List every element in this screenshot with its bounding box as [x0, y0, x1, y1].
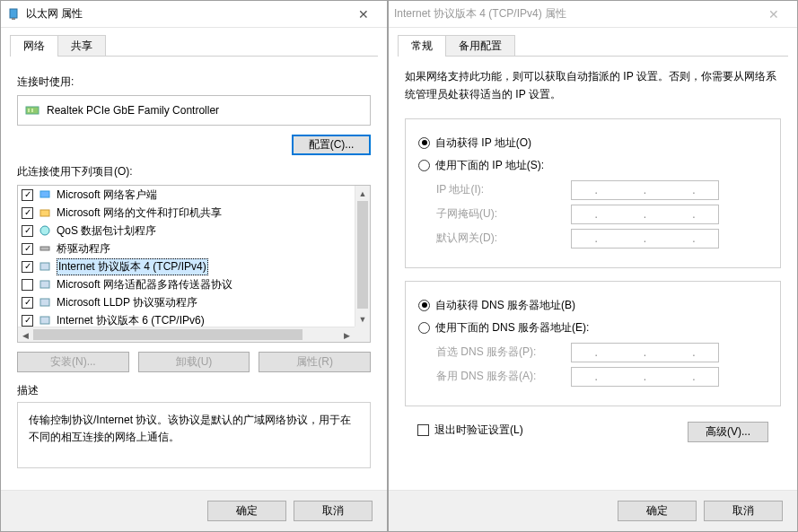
list-item[interactable]: ✓Internet 协议版本 6 (TCP/IPv6)	[18, 311, 355, 327]
dns2-input: ...	[571, 367, 719, 387]
svg-rect-1	[12, 18, 15, 20]
svg-rect-4	[31, 109, 33, 112]
svg-point-7	[40, 226, 49, 235]
tab-alternate[interactable]: 备用配置	[445, 35, 515, 57]
radio-ip-auto[interactable]: 自动获得 IP 地址(O)	[418, 135, 767, 151]
validate-label: 退出时验证设置(L)	[434, 423, 523, 438]
radio-label: 使用下面的 IP 地址(S):	[435, 158, 544, 173]
list-item[interactable]: ✓Microsoft 网络客户端	[18, 186, 355, 204]
list-item[interactable]: ✓Internet 协议版本 4 (TCP/IPv4)	[18, 257, 355, 275]
dialog-footer: 确定 取消	[1, 490, 387, 531]
svg-rect-6	[40, 210, 49, 216]
scroll-left-arrow[interactable]: ◀	[18, 327, 33, 343]
install-button[interactable]: 安装(N)...	[17, 352, 129, 372]
dialog-title: Internet 协议版本 4 (TCP/IPv4) 属性	[394, 6, 756, 22]
list-item[interactable]: ✓Microsoft LLDP 协议驱动程序	[18, 293, 355, 311]
radio-ip-manual[interactable]: 使用下面的 IP 地址(S):	[418, 158, 767, 173]
network-icon	[6, 7, 21, 22]
item-label: QoS 数据包计划程序	[57, 223, 156, 239]
component-icon	[38, 241, 52, 256]
titlebar[interactable]: Internet 协议版本 4 (TCP/IPv4) 属性 ✕	[389, 1, 797, 28]
ip-address-input: ...	[571, 180, 719, 200]
tabs: 网络 共享	[10, 35, 378, 57]
list-item[interactable]: ✓QoS 数据包计划程序	[18, 222, 355, 240]
cancel-button[interactable]: 取消	[294, 501, 373, 521]
uninstall-button[interactable]: 卸载(U)	[138, 352, 250, 372]
dns-group: 自动获得 DNS 服务器地址(B) 使用下面的 DNS 服务器地址(E): 首选…	[405, 281, 781, 406]
checkbox-icon[interactable]: ✓	[22, 243, 33, 255]
properties-button[interactable]: 属性(R)	[259, 352, 371, 372]
tab-network[interactable]: 网络	[10, 35, 58, 57]
svg-rect-10	[40, 281, 49, 288]
radio-dns-manual[interactable]: 使用下面的 DNS 服务器地址(E):	[418, 320, 767, 336]
component-icon	[38, 188, 52, 202]
item-label: Microsoft 网络的文件和打印机共享	[57, 205, 222, 221]
scroll-thumb-v[interactable]	[357, 201, 368, 309]
component-icon	[38, 277, 52, 292]
dialog-title: 以太网 属性	[26, 6, 346, 22]
radio-dns-auto[interactable]: 自动获得 DNS 服务器地址(B)	[418, 298, 767, 313]
component-icon	[38, 223, 52, 238]
svg-rect-12	[40, 317, 49, 324]
vertical-scrollbar[interactable]: ▲ ▼	[355, 186, 370, 327]
svg-rect-11	[40, 299, 49, 306]
titlebar[interactable]: 以太网 属性 ✕	[1, 1, 387, 28]
subnet-mask-input: ...	[571, 205, 719, 224]
tab-general[interactable]: 常规	[398, 35, 446, 57]
info-text: 如果网络支持此功能，则可以获取自动指派的 IP 设置。否则，你需要从网络系统管理…	[405, 67, 781, 104]
component-icon	[38, 259, 52, 274]
scroll-down-arrow[interactable]: ▼	[355, 311, 370, 327]
dns2-label: 备用 DNS 服务器(A):	[436, 369, 571, 384]
radio-icon	[418, 137, 430, 149]
radio-icon	[418, 322, 430, 334]
scroll-right-arrow[interactable]: ▶	[339, 327, 355, 343]
components-list[interactable]: ✓Microsoft 网络客户端✓Microsoft 网络的文件和打印机共享✓Q…	[17, 185, 371, 343]
ok-button[interactable]: 确定	[207, 501, 286, 521]
radio-label: 使用下面的 DNS 服务器地址(E):	[435, 320, 589, 336]
radio-icon	[418, 160, 430, 171]
svg-rect-0	[10, 9, 17, 18]
tabs: 常规 备用配置	[398, 35, 788, 57]
svg-rect-8	[40, 247, 49, 250]
item-label: Internet 协议版本 4 (TCP/IPv4)	[57, 258, 208, 275]
item-label: Microsoft LLDP 协议驱动程序	[57, 295, 197, 310]
svg-rect-3	[28, 109, 30, 112]
radio-icon	[418, 300, 430, 311]
ok-button[interactable]: 确定	[618, 501, 697, 521]
advanced-button[interactable]: 高级(V)...	[688, 422, 768, 442]
checkbox-icon[interactable]: ✓	[22, 207, 33, 219]
gateway-input: ...	[571, 229, 719, 249]
scroll-thumb-h[interactable]	[33, 329, 303, 340]
horizontal-scrollbar[interactable]: ◀ ▶	[18, 327, 355, 342]
item-label: 桥驱动程序	[57, 241, 110, 257]
tab-share[interactable]: 共享	[57, 35, 106, 57]
adapter-field: Realtek PCIe GbE Family Controller	[17, 95, 371, 126]
close-button[interactable]: ✕	[346, 2, 381, 27]
checkbox-icon[interactable]: ✓	[22, 315, 33, 327]
item-label: Microsoft 网络适配器多路传送器协议	[57, 277, 232, 292]
list-item[interactable]: ✓Microsoft 网络的文件和打印机共享	[18, 204, 355, 222]
ip-group: 自动获得 IP 地址(O) 使用下面的 IP 地址(S): IP 地址(I): …	[405, 118, 781, 268]
nic-icon	[25, 103, 39, 118]
validate-checkbox[interactable]: 退出时验证设置(L)	[417, 423, 523, 438]
cancel-button[interactable]: 取消	[704, 501, 783, 521]
item-label: Internet 协议版本 6 (TCP/IPv6)	[57, 313, 205, 327]
ipv4-properties-dialog: Internet 协议版本 4 (TCP/IPv4) 属性 ✕ 常规 备用配置 …	[388, 0, 798, 532]
close-button[interactable]: ✕	[756, 2, 792, 27]
checkbox-icon[interactable]: ✓	[22, 297, 33, 309]
checkbox-icon[interactable]: ✓	[22, 189, 33, 201]
description-label: 描述	[17, 383, 371, 398]
scroll-up-arrow[interactable]: ▲	[355, 186, 370, 201]
connect-using-label: 连接时使用:	[17, 74, 371, 90]
item-label: Microsoft 网络客户端	[57, 188, 157, 203]
list-item[interactable]: Microsoft 网络适配器多路传送器协议	[18, 275, 355, 293]
component-icon	[38, 295, 52, 310]
svg-rect-9	[40, 263, 49, 270]
radio-label: 自动获得 IP 地址(O)	[435, 135, 531, 151]
checkbox-icon[interactable]: ✓	[22, 225, 33, 237]
list-item[interactable]: ✓桥驱动程序	[18, 240, 355, 257]
checkbox-icon[interactable]	[22, 279, 33, 291]
checkbox-icon[interactable]: ✓	[22, 261, 33, 273]
configure-button[interactable]: 配置(C)...	[292, 135, 371, 155]
radio-label: 自动获得 DNS 服务器地址(B)	[435, 298, 575, 313]
